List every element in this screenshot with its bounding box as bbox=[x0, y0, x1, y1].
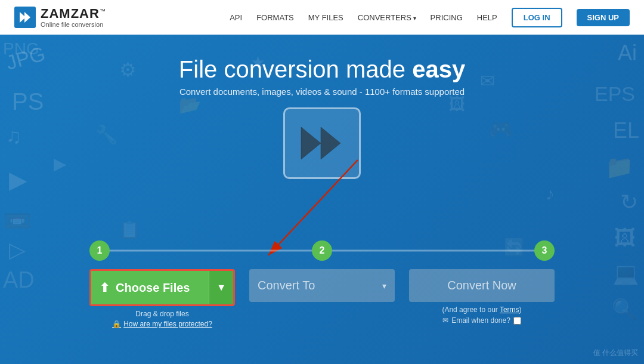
bg-icon-photo: 🖼 bbox=[614, 226, 636, 251]
nav-formats[interactable]: FORMATS bbox=[256, 13, 294, 22]
convert-now-button[interactable]: Convert Now bbox=[409, 269, 555, 302]
email-label: Email when done? bbox=[451, 316, 510, 325]
nav-help[interactable]: HELP bbox=[477, 13, 497, 22]
upload-icon: ⬆ bbox=[100, 280, 110, 295]
bg-icon-el: EL bbox=[613, 118, 639, 143]
logo-tagline: Online file conversion bbox=[41, 21, 106, 28]
bg-icon-png: PNG bbox=[3, 39, 39, 58]
choose-files-dropdown-button[interactable]: ▼ bbox=[209, 271, 233, 304]
bg-icon-settings: ⚙ bbox=[119, 58, 137, 81]
bg-icon-rotate: ↻ bbox=[620, 190, 638, 215]
hero-section: JPG PNG PS ♫ ▶ 📼 ▷ AD Ai EPS EL 📁 ↻ 🖼 💻 … bbox=[0, 35, 644, 364]
bg-icon-ps: PS bbox=[12, 88, 44, 115]
navbar: ZAMZAR™ Online file conversion API FORMA… bbox=[0, 0, 644, 35]
signup-button[interactable]: SIGN UP bbox=[577, 9, 630, 26]
bg-icon-play2: ▷ bbox=[9, 237, 26, 263]
bg-icon-copy: 📋 bbox=[119, 220, 140, 239]
nav-my-files[interactable]: MY FILES bbox=[308, 13, 343, 22]
bg-icon-laptop: 💻 bbox=[612, 261, 639, 286]
fast-forward-icon bbox=[298, 122, 346, 164]
svg-marker-2 bbox=[301, 127, 321, 159]
step-1-circle: 1 bbox=[89, 240, 110, 261]
lock-icon: 🔒 bbox=[112, 320, 121, 328]
bg-icon-folder2: 📂 bbox=[179, 94, 201, 115]
nav-pricing[interactable]: PRICING bbox=[431, 13, 463, 22]
nav-links: API FORMATS MY FILES CONVERTERS PRICING … bbox=[230, 8, 630, 27]
bg-icon-ad: AD bbox=[3, 267, 35, 293]
bg-icon-play3: ▶ bbox=[54, 154, 67, 174]
convert-to-button[interactable]: Convert To ▾ bbox=[249, 269, 395, 302]
logo-text: ZAMZAR™ Online file conversion bbox=[41, 7, 106, 28]
bg-icon-music2: ♪ bbox=[546, 184, 555, 204]
terms-note: (And agree to our Terms) bbox=[442, 306, 521, 314]
bg-icon-play-left: ▶ bbox=[9, 166, 27, 193]
logo-name: ZAMZAR™ bbox=[41, 7, 106, 21]
email-icon: ✉ bbox=[442, 316, 448, 325]
logo[interactable]: ZAMZAR™ Online file conversion bbox=[14, 7, 106, 28]
step-2-circle: 2 bbox=[312, 240, 332, 261]
bg-icon-music: ♫ bbox=[6, 124, 21, 148]
bg-icon-eps: EPS bbox=[595, 82, 635, 106]
step2-section: Convert To ▾ bbox=[242, 269, 402, 302]
email-checkbox[interactable] bbox=[513, 317, 521, 325]
choose-files-button[interactable]: ⬆ Choose Files bbox=[91, 271, 209, 304]
bg-icon-search-right: 🔍 bbox=[612, 297, 637, 321]
form-row: ⬆ Choose Files ▼ Drag & drop files 🔒 How… bbox=[89, 269, 555, 328]
email-check-row: ✉ Email when done? bbox=[442, 316, 521, 325]
watermark: 值 什么值得买 bbox=[593, 348, 638, 358]
svg-marker-3 bbox=[321, 127, 340, 159]
drag-drop-label: Drag & drop files bbox=[135, 310, 188, 318]
nav-converters[interactable]: CONVERTERS bbox=[358, 13, 416, 22]
bg-icon-wrench: 🔧 bbox=[95, 124, 117, 145]
bg-icon-jpg: JPG bbox=[4, 42, 48, 75]
bg-icon-cassette: 📼 bbox=[3, 208, 31, 234]
bg-icon-ai: Ai bbox=[618, 41, 637, 66]
file-protection-link[interactable]: 🔒 How are my files protected? bbox=[112, 320, 212, 328]
choose-files-wrapper: ⬆ Choose Files ▼ bbox=[89, 269, 235, 306]
steps-track: 1 2 3 bbox=[89, 240, 555, 261]
nav-api[interactable]: API bbox=[230, 13, 242, 22]
login-button[interactable]: LOG IN bbox=[512, 8, 562, 27]
subheadline: Convert documents, images, videos & soun… bbox=[179, 87, 465, 97]
step1-section: ⬆ Choose Files ▼ Drag & drop files 🔒 How… bbox=[89, 269, 242, 328]
bg-icon-image: 🖼 bbox=[448, 94, 465, 114]
terms-link[interactable]: Terms bbox=[500, 306, 519, 314]
convert-to-arrow-icon: ▾ bbox=[382, 281, 386, 291]
svg-marker-1 bbox=[24, 12, 30, 23]
step-3-circle: 3 bbox=[534, 240, 555, 261]
headline: File conversion made easy bbox=[179, 56, 465, 83]
logo-icon bbox=[14, 7, 36, 28]
step3-section: Convert Now (And agree to our Terms) ✉ E… bbox=[402, 269, 555, 325]
bg-icon-folder-right: 📁 bbox=[605, 154, 633, 180]
steps-form-area: 1 2 3 ⬆ Choose Files ▼ Drag & drop files bbox=[89, 240, 555, 328]
bg-icon-email: ✉ bbox=[480, 70, 495, 91]
play-icon-box bbox=[283, 107, 361, 179]
dropdown-arrow-icon: ▼ bbox=[216, 282, 226, 292]
bg-icon-gamepad: 🎮 bbox=[489, 118, 513, 141]
